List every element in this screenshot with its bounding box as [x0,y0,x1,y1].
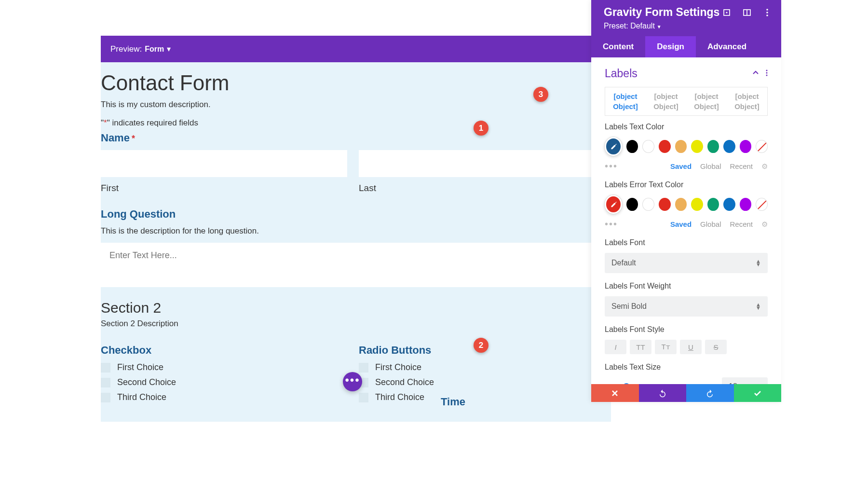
radio-icon[interactable] [359,363,368,373]
first-name-input[interactable] [101,150,347,177]
check-icon [754,389,761,397]
more-actions-button[interactable]: ••• [343,372,362,391]
preset-selector[interactable]: Preset: Default▼ [604,22,772,30]
checkbox-item[interactable]: First Choice [101,362,347,373]
panel-title: Gravity Form Settings [604,6,719,19]
menu-icon[interactable] [763,8,772,17]
strikethrough-button[interactable]: S [705,340,727,354]
undo-icon [658,389,667,398]
gear-icon[interactable]: ⚙ [761,220,768,229]
checkbox-icon[interactable] [101,363,110,373]
color-swatch-white[interactable] [642,140,654,153]
slider-thumb[interactable] [623,383,630,384]
panel-footer [591,384,781,402]
more-colors-icon[interactable]: ••• [605,219,618,230]
uppercase-button[interactable]: TT [630,340,651,354]
color-swatch-none[interactable] [756,198,768,211]
svg-point-9 [766,74,768,76]
color-swatch-none[interactable] [756,140,768,153]
form-preview: Contact Form This is my custom descripti… [101,62,611,422]
tab-design[interactable]: Design [645,36,696,57]
long-question-textarea[interactable] [101,243,605,287]
eyedropper-icon [609,142,618,151]
color-swatch-black[interactable] [626,198,638,211]
color-swatch-yellow[interactable] [691,140,703,153]
text-size-value[interactable]: 18px [722,377,768,384]
color-tab-saved[interactable]: Saved [670,220,692,228]
panel-tabs: Content Design Advanced [591,36,781,57]
tab-content[interactable]: Content [591,36,645,57]
settings-panel: Gravity Form Settings Preset: Default▼ C… [591,0,781,402]
svg-point-5 [766,12,768,14]
long-question-desc: This is the description for the long que… [101,226,605,236]
color-swatch-black[interactable] [626,140,638,153]
radio-icon[interactable] [359,393,368,402]
labels-font-weight-select[interactable]: Semi Bold ▲▼ [605,296,768,317]
svg-point-7 [766,69,768,71]
color-tab-saved[interactable]: Saved [670,162,692,170]
color-swatch-purple[interactable] [740,198,752,211]
chevron-down-icon[interactable]: ▾ [167,44,171,54]
current-error-color-swatch[interactable] [605,195,622,214]
color-tab-recent[interactable]: Recent [730,220,753,228]
checkbox-icon[interactable] [101,378,110,387]
columns-icon[interactable] [743,8,751,17]
panel-body[interactable]: Labels [object Object] [object Object] [… [591,57,781,384]
chevron-up-icon[interactable] [752,69,759,78]
color-tab-global[interactable]: Global [700,162,721,170]
color-swatch-blue[interactable] [723,140,735,153]
object-tab[interactable]: [object Object] [605,87,646,115]
color-swatch-red[interactable] [659,140,671,153]
color-swatch-blue[interactable] [723,198,735,211]
chevron-down-icon: ▼ [657,24,662,29]
radio-item[interactable]: Third Choice [359,392,605,402]
labels-font-select[interactable]: Default ▲▼ [605,253,768,273]
redo-icon [705,389,714,398]
color-swatch-white[interactable] [642,198,654,211]
radio-item[interactable]: Second Choice [359,377,605,387]
redo-button[interactable] [686,384,734,402]
section-title-labels[interactable]: Labels [605,67,637,80]
color-tab-recent[interactable]: Recent [730,162,753,170]
object-tab[interactable]: [object Object] [646,87,686,115]
color-swatch-purple[interactable] [740,140,752,153]
color-swatch-orange[interactable] [675,140,687,153]
more-colors-icon[interactable]: ••• [605,161,618,172]
italic-button[interactable]: I [605,340,626,354]
undo-button[interactable] [639,384,687,402]
color-swatch-teal[interactable] [707,140,719,153]
section2-title: Section 2 [101,300,605,316]
object-tab[interactable]: [object Object] [727,87,767,115]
form-description: This is my custom description. [101,100,605,110]
preview-mode[interactable]: Form [145,45,164,54]
color-tab-global[interactable]: Global [700,220,721,228]
color-swatch-orange[interactable] [675,198,687,211]
section-menu-icon[interactable] [766,69,768,78]
checkbox-icon[interactable] [101,393,110,402]
radio-item[interactable]: First Choice [359,362,605,373]
color-swatch-red[interactable] [659,198,671,211]
gear-icon[interactable]: ⚙ [761,162,768,171]
underline-button[interactable]: U [680,340,702,354]
callout-3: 3 [533,87,548,102]
checkbox-label: Checkbox [101,344,347,357]
color-swatch-teal[interactable] [707,198,719,211]
color-swatch-yellow[interactable] [691,198,703,211]
close-button[interactable] [591,384,639,402]
last-name-input[interactable] [359,150,605,177]
checkbox-item[interactable]: Third Choice [101,392,347,402]
svg-point-4 [766,9,768,11]
object-tab[interactable]: [object Object] [686,87,727,115]
long-question-label: Long Question [101,208,605,221]
smallcaps-button[interactable]: Tᴛ [655,340,677,354]
expand-icon[interactable] [722,8,731,17]
checkbox-item[interactable]: Second Choice [101,377,347,387]
name-label: Name* [101,132,605,144]
save-button[interactable] [734,384,782,402]
current-color-swatch[interactable] [605,137,622,156]
tab-advanced[interactable]: Advanced [696,36,758,57]
first-sublabel: First [101,183,347,193]
panel-header: Gravity Form Settings Preset: Default▼ [591,0,781,36]
required-star: * [132,134,135,143]
select-arrows-icon: ▲▼ [756,260,761,266]
